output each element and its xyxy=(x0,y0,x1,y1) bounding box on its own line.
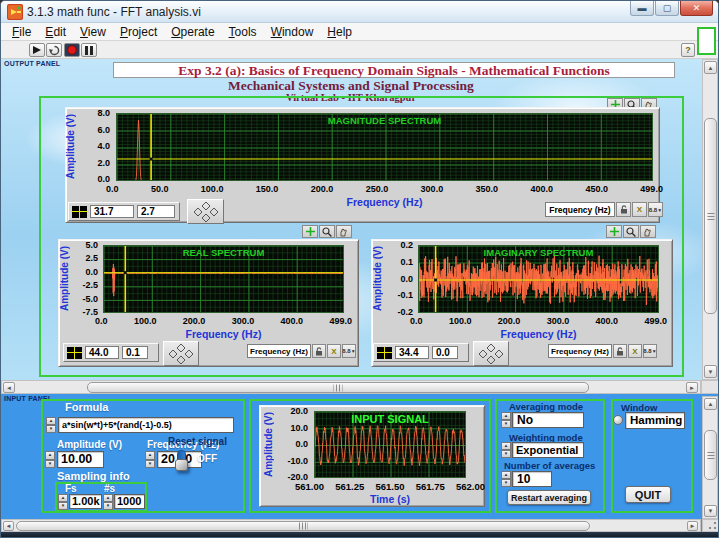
menu-item[interactable]: Edit xyxy=(38,25,73,39)
zoom-tool-button[interactable] xyxy=(319,225,335,238)
title-bar[interactable]: 3.1.3 math func - FFT analysis.vi ▬ ▢ ✕ xyxy=(1,1,719,23)
minimize-button[interactable]: ▬ xyxy=(630,1,654,16)
formula-input[interactable]: a*sin(w*t)+5*(rand(-1)-0.5) xyxy=(58,417,234,433)
cursor-x-value[interactable]: 31.7 xyxy=(90,205,134,218)
increment-icon[interactable]: ▲ xyxy=(501,471,511,479)
magnitude-cursor-mover[interactable] xyxy=(187,199,224,224)
window-select[interactable]: Hamming xyxy=(625,412,685,429)
ns-stepper[interactable]: ▲▼ xyxy=(103,494,113,509)
frequency-stepper[interactable]: ▲▼ xyxy=(145,451,155,468)
scroll-down-button[interactable]: ▼ xyxy=(704,505,717,517)
autoscale-x-button[interactable]: X xyxy=(632,202,647,217)
decrement-icon[interactable]: ▼ xyxy=(58,502,68,510)
cursor-tool-button[interactable] xyxy=(302,225,318,238)
decrement-icon[interactable]: ▼ xyxy=(501,479,511,487)
scroll-up-button[interactable]: ▲ xyxy=(704,61,717,74)
scroll-right-button[interactable]: ► xyxy=(686,382,698,393)
scrollbar-thumb[interactable] xyxy=(87,382,589,393)
decrement-icon[interactable]: ▼ xyxy=(103,502,113,510)
cursor-x-value[interactable]: 34.4 xyxy=(395,346,429,359)
pan-tool-button[interactable] xyxy=(336,225,352,238)
menu-item[interactable]: View xyxy=(73,25,113,39)
input-vertical-scrollbar[interactable]: ▲ ▼ xyxy=(702,396,718,519)
window-knob[interactable] xyxy=(613,415,623,425)
real-cursor-mover[interactable] xyxy=(163,341,199,366)
increment-icon[interactable]: ▲ xyxy=(501,442,511,450)
input-horizontal-scrollbar[interactable]: ◄ ► xyxy=(1,519,701,532)
ns-input[interactable]: 1000 xyxy=(114,494,145,509)
cursor-x-value[interactable]: 44.0 xyxy=(85,346,119,359)
scale-legend-label[interactable]: Frequency (Hz) xyxy=(247,344,311,358)
pan-tool-button[interactable] xyxy=(640,225,656,238)
scrollbar-thumb[interactable] xyxy=(16,521,590,531)
weighting-stepper[interactable]: ▲▼ xyxy=(501,442,511,458)
run-continuous-button[interactable] xyxy=(46,43,62,57)
scale-format-button[interactable]: 8.8▼ xyxy=(643,344,657,358)
autoscale-x-button[interactable]: X xyxy=(628,344,642,358)
context-help-button[interactable]: ? xyxy=(681,43,695,57)
window-resize-grip[interactable] xyxy=(702,519,719,532)
decrement-icon[interactable]: ▼ xyxy=(501,420,511,428)
decrement-icon[interactable]: ▼ xyxy=(501,450,511,458)
autoscale-x-button[interactable]: X xyxy=(327,344,341,358)
maximize-button[interactable]: ▢ xyxy=(655,1,679,16)
output-horizontal-scrollbar[interactable]: ◄ ► xyxy=(1,380,701,394)
fs-input[interactable]: 1.00k xyxy=(69,494,102,509)
cursor-tool-button[interactable] xyxy=(606,225,622,238)
imaginary-cursor-legend[interactable]: 34.4 0.0 xyxy=(373,343,469,362)
decrement-icon[interactable]: ▼ xyxy=(145,460,155,469)
decrement-icon[interactable]: ▼ xyxy=(45,460,55,469)
cursor-y-value[interactable]: 0.0 xyxy=(432,346,458,359)
scale-lock-button[interactable] xyxy=(613,344,627,358)
scale-legend-label[interactable]: Frequency (Hz) xyxy=(548,344,612,358)
reset-signal-toggle[interactable] xyxy=(177,450,186,470)
averaging-stepper[interactable]: ▲▼ xyxy=(501,412,511,428)
scroll-left-button[interactable]: ◄ xyxy=(3,382,15,393)
toggle-knob[interactable] xyxy=(175,459,188,471)
abort-button[interactable] xyxy=(64,43,80,57)
menu-item[interactable]: Operate xyxy=(164,25,221,39)
pause-button[interactable] xyxy=(81,43,97,57)
scale-format-button[interactable]: 8.8▼ xyxy=(342,344,356,358)
scale-legend-label[interactable]: Frequency (Hz) xyxy=(545,202,615,217)
scale-lock-button[interactable] xyxy=(312,344,326,358)
imaginary-cursor-mover[interactable] xyxy=(473,341,509,366)
scale-format-button[interactable]: 8.8▼ xyxy=(648,202,663,217)
menu-item[interactable]: Tools xyxy=(222,25,264,39)
menu-item[interactable]: Help xyxy=(320,25,359,39)
navg-input[interactable]: 10 xyxy=(512,471,552,487)
menu-item[interactable]: File xyxy=(5,25,38,39)
restart-averaging-button[interactable]: Restart averaging xyxy=(507,490,591,505)
scale-lock-button[interactable] xyxy=(616,202,631,217)
scroll-left-button[interactable]: ◄ xyxy=(3,521,14,531)
increment-icon[interactable]: ▲ xyxy=(145,451,155,460)
menu-item[interactable]: Window xyxy=(264,25,321,39)
weighting-mode-select[interactable]: Exponential xyxy=(512,442,584,458)
averaging-mode-select[interactable]: No xyxy=(512,412,584,428)
amplitude-input[interactable]: 10.00 xyxy=(57,451,104,468)
cursor-y-value[interactable]: 0.1 xyxy=(122,346,148,359)
amplitude-stepper[interactable]: ▲▼ xyxy=(45,451,55,468)
increment-icon[interactable]: ▲ xyxy=(103,494,113,502)
decrement-icon[interactable]: ▼ xyxy=(46,425,56,433)
zoom-tool-button[interactable] xyxy=(623,225,639,238)
increment-icon[interactable]: ▲ xyxy=(58,494,68,502)
scroll-right-button[interactable]: ► xyxy=(687,521,698,531)
scrollbar-thumb[interactable] xyxy=(704,430,717,480)
cursor-y-value[interactable]: 2.7 xyxy=(137,205,175,218)
output-vertical-scrollbar[interactable]: ▲ ▼ xyxy=(702,59,718,380)
scroll-up-button[interactable]: ▲ xyxy=(704,398,717,410)
increment-icon[interactable]: ▲ xyxy=(501,412,511,420)
run-button[interactable] xyxy=(29,43,45,57)
real-cursor-legend[interactable]: 44.0 0.1 xyxy=(63,343,159,362)
close-button[interactable]: ✕ xyxy=(680,1,713,16)
quit-button[interactable]: QUIT xyxy=(625,486,671,503)
formula-stepper[interactable]: ▲▼ xyxy=(46,417,56,433)
menu-item[interactable]: Project xyxy=(113,25,164,39)
increment-icon[interactable]: ▲ xyxy=(46,417,56,425)
navg-stepper[interactable]: ▲▼ xyxy=(501,471,511,487)
increment-icon[interactable]: ▲ xyxy=(45,451,55,460)
scroll-down-button[interactable]: ▼ xyxy=(704,365,717,378)
magnitude-cursor-legend[interactable]: 31.7 2.7 xyxy=(68,202,180,221)
scrollbar-thumb[interactable] xyxy=(704,118,717,314)
